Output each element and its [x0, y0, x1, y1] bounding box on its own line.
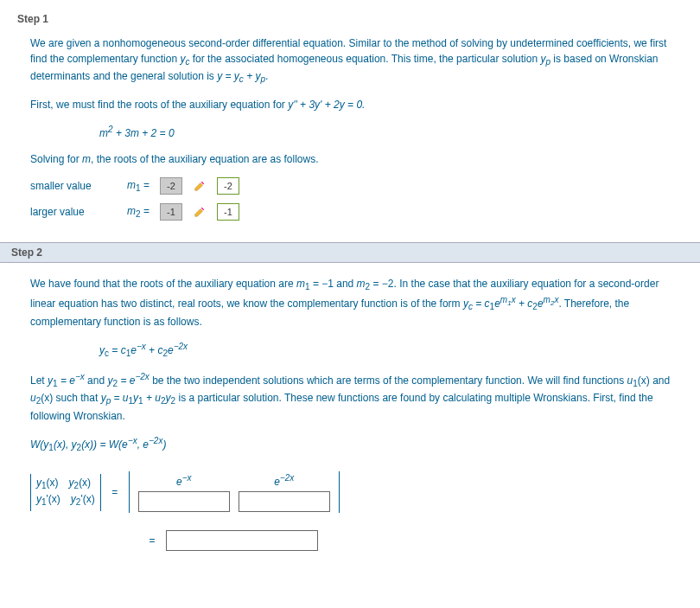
wronskian-row2: = — [147, 530, 683, 551]
larger-value-row: larger value m2 = -1 -1 — [30, 203, 683, 221]
det-left-bar — [129, 471, 130, 513]
det-input-r2c2[interactable] — [239, 491, 330, 512]
det-r1c1: y1(x) — [36, 476, 59, 492]
wronskian-result-input[interactable] — [166, 530, 318, 551]
aux-equation: m2 + 3m + 2 = 0 — [99, 123, 683, 141]
det-input-r2c1[interactable] — [138, 491, 230, 512]
det-col2: e−2x — [239, 473, 330, 512]
m2-hint[interactable]: -1 — [217, 203, 239, 221]
step2-para1: We have found that the roots of the auxi… — [30, 276, 683, 330]
smaller-label: smaller value — [30, 180, 117, 192]
det-r2c1: y1'(x) — [36, 492, 60, 509]
step1-para3: Solving for m, the roots of the auxiliar… — [30, 151, 683, 167]
equals-sign: = — [110, 486, 120, 498]
col2-header: e−2x — [241, 473, 328, 488]
m2-var: m2 = — [127, 205, 150, 219]
col1-header: e−x — [141, 473, 227, 488]
m1-hint[interactable]: -2 — [217, 177, 239, 195]
m1-answer[interactable]: -2 — [160, 177, 182, 195]
edit-icon[interactable] — [193, 179, 207, 193]
wronskian-row1: y1(x) y2(x) y1'(x) y2'(x) = e−x e−2x — [30, 471, 683, 513]
determinant-symbolic: y1(x) y2(x) y1'(x) y2'(x) — [30, 474, 101, 511]
m1-var: m1 = — [127, 179, 150, 193]
m2-answer[interactable]: -1 — [160, 203, 182, 221]
step1-header: Step 1 — [17, 13, 683, 25]
det-right-bar — [339, 471, 340, 513]
smaller-value-row: smaller value m1 = -2 -2 — [30, 177, 683, 195]
det-r2c2: y2'(x) — [71, 492, 95, 509]
larger-label: larger value — [30, 206, 117, 218]
step2-body: We have found that the roots of the auxi… — [30, 276, 683, 551]
edit-icon[interactable] — [193, 205, 207, 219]
det-r1c2: y2(x) — [69, 476, 92, 492]
yc-equation: yc = c1e−x + c2e−2x — [99, 340, 683, 360]
det-col1: e−x — [138, 473, 230, 512]
step2-header: Step 2 — [0, 242, 700, 263]
wronskian-def: W(y1(x), y2(x)) = W(e−x, e−2x) — [30, 434, 683, 454]
step1-para2: First, we must find the roots of the aux… — [30, 97, 683, 112]
step2-para2: Let y1 = e−x and y2 = e−2x be the two in… — [30, 370, 683, 424]
step1-body: We are given a nonhomogeneous second-ord… — [30, 35, 683, 221]
step1-para1: We are given a nonhomogeneous second-ord… — [30, 35, 683, 86]
equals-sign: = — [147, 534, 157, 547]
